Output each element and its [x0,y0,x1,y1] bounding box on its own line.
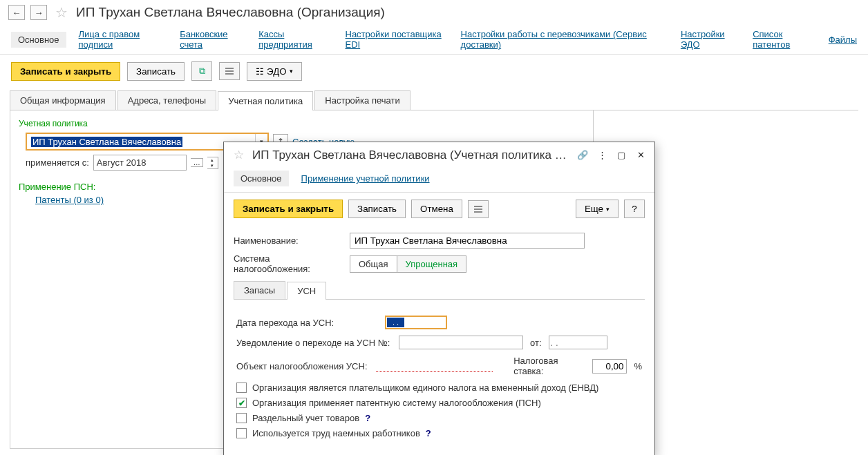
forward-button[interactable]: → [30,5,47,20]
applies-from-label: применяется с: [26,157,89,168]
usn-object-label: Объект налогообложения УСН: [236,361,369,371]
applies-from-input[interactable]: Август 2018 [93,155,187,171]
nav-main[interactable]: Основное [11,32,66,48]
checkbox-psn-label: Организация применяет патентную систему … [252,398,541,408]
usn-rate-input[interactable] [592,359,627,374]
list-button[interactable] [219,62,240,80]
tab-general[interactable]: Общая информация [10,90,116,110]
usn-date-label: Дата перехода на УСН: [236,318,378,328]
dialog-name-label: Наименование: [234,235,344,246]
link-icon[interactable]: 🔗 [576,149,589,162]
dialog-save-button[interactable]: Записать [348,200,406,218]
usn-notice-label: Уведомление о переходе на УСН №: [236,338,392,348]
inner-tab-usn[interactable]: УСН [287,282,326,300]
checkbox-separate-label: Раздельный учет товаров [252,413,359,423]
nav-link-edi[interactable]: Настройки поставщика EDI [346,29,449,50]
tab-addresses[interactable]: Адреса, телефоны [117,90,217,110]
checkbox-psn[interactable]: ✔ [236,398,247,408]
usn-notice-input[interactable] [399,336,523,349]
nav-link-delivery[interactable]: Настройки работы с перевозчиками (Сервис… [461,29,668,50]
dialog-list-button[interactable] [468,200,489,218]
tax-simplified-option[interactable]: Упрощенная [397,256,466,272]
nav-link-cash[interactable]: Кассы предприятия [258,29,332,50]
dialog-star-icon[interactable]: ☆ [234,148,244,162]
back-button[interactable]: ← [8,5,25,20]
percent-label: % [634,361,642,371]
usn-rate-label: Налоговая ставка: [513,356,585,376]
nav-link-signers[interactable]: Лица с правом подписи [79,29,168,50]
tax-system-toggle[interactable]: Общая Упрощенная [350,255,466,273]
dialog-name-input[interactable] [350,233,585,249]
nav-link-bank[interactable]: Банковские счета [180,29,246,50]
checkbox-workers-label: Используется труд наемных работников [252,428,420,438]
checkbox-workers[interactable] [236,428,247,438]
nav-link-edo[interactable]: Настройки ЭДО [681,29,740,50]
close-icon[interactable]: ✕ [634,149,648,162]
help-workers-icon[interactable]: ? [426,428,431,438]
checkbox-envd[interactable] [236,383,247,393]
usn-object-input[interactable] [376,360,493,372]
favorite-star-icon[interactable]: ☆ [55,4,68,21]
tax-system-label: Система налогообложения: [234,253,344,274]
usn-from-label: от: [530,338,542,348]
tab-print-settings[interactable]: Настройка печати [314,90,410,110]
date-picker-button[interactable]: … [191,158,203,167]
nav-link-files[interactable]: Файлы [829,35,857,45]
nav-link-patents[interactable]: Список патентов [753,29,816,50]
checkbox-separate[interactable] [236,413,247,423]
dialog-more-button[interactable]: Еще ▾ [576,200,619,218]
copy-button[interactable]: ⧉ [191,61,212,81]
menu-icon[interactable]: ⋮ [595,149,609,162]
dialog-cancel-button[interactable]: Отмена [411,200,462,218]
edo-button[interactable]: ☷ЭДО▾ [247,62,302,81]
dialog-nav-apply[interactable]: Применение учетной политики [301,173,430,184]
accounting-policy-dialog: ☆ ИП Трухан Светлана Вячеславовна (Учетн… [223,142,655,449]
inner-tab-stocks[interactable]: Запасы [234,281,285,299]
maximize-icon[interactable]: ▢ [614,149,628,162]
save-close-button[interactable]: Записать и закрыть [11,62,120,81]
dialog-save-close-button[interactable]: Записать и закрыть [234,200,343,218]
page-title: ИП Трухан Светлана Вячеславовна (Организ… [76,5,385,20]
save-button[interactable]: Записать [127,62,185,81]
usn-from-input[interactable] [549,336,607,349]
checkbox-envd-label: Организация является плательщиком единог… [252,383,598,393]
tax-general-option[interactable]: Общая [350,256,397,272]
tab-accounting-policy[interactable]: Учетная политика [218,91,313,110]
usn-date-input[interactable]: . . [385,316,447,329]
dialog-help-button[interactable]: ? [624,200,645,218]
date-spinner[interactable]: ▴▾ [207,157,218,169]
dialog-nav-main[interactable]: Основное [234,171,289,186]
dialog-title: ИП Трухан Светлана Вячеславовна (Учетная… [252,148,570,162]
help-separate-icon[interactable]: ? [365,413,370,423]
policy-section-label: Учетная политика [19,119,585,128]
